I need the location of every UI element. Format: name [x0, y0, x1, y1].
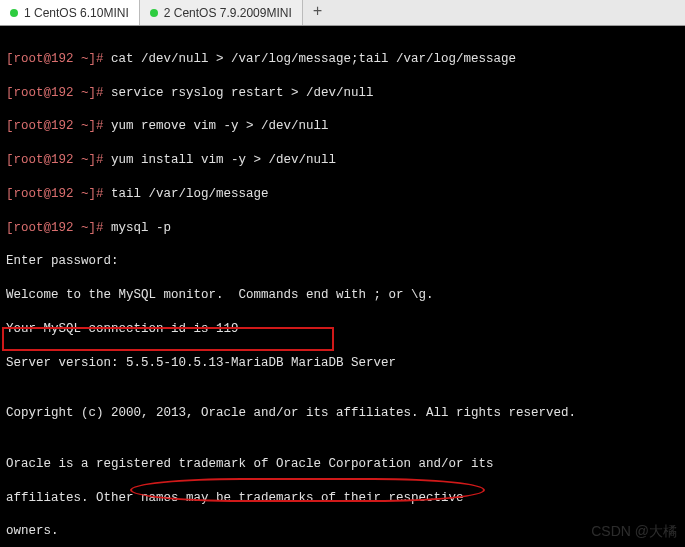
output-line: Oracle is a registered trademark of Orac… [6, 456, 679, 473]
prompt: [root@192 ~] [6, 221, 96, 235]
tab-bar: 1 CentOS 6.10MINI 2 CentOS 7.9.2009MINI … [0, 0, 685, 26]
command: cat /dev/null > /var/log/message;tail /v… [111, 52, 516, 66]
output-line: Welcome to the MySQL monitor. Commands e… [6, 287, 679, 304]
command: service rsyslog restart > /dev/null [111, 86, 374, 100]
output-line: Server version: 5.5.5-10.5.13-MariaDB Ma… [6, 355, 679, 372]
output-line: Copyright (c) 2000, 2013, Oracle and/or … [6, 405, 679, 422]
prompt: [root@192 ~] [6, 153, 96, 167]
output-line: affiliates. Other names may be trademark… [6, 490, 679, 507]
terminal-output[interactable]: [root@192 ~]# cat /dev/null > /var/log/m… [0, 26, 685, 547]
prompt: [root@192 ~] [6, 86, 96, 100]
status-dot-icon [150, 9, 158, 17]
command: yum install vim -y > /dev/null [111, 153, 336, 167]
new-tab-button[interactable]: + [303, 0, 333, 25]
prompt: [root@192 ~] [6, 187, 96, 201]
prompt: [root@192 ~] [6, 119, 96, 133]
tab-centos6[interactable]: 1 CentOS 6.10MINI [0, 0, 140, 25]
command: mysql -p [111, 221, 171, 235]
tab-label: 1 CentOS 6.10MINI [24, 6, 129, 20]
status-dot-icon [10, 9, 18, 17]
tab-centos7[interactable]: 2 CentOS 7.9.2009MINI [140, 0, 303, 25]
tab-label: 2 CentOS 7.9.2009MINI [164, 6, 292, 20]
output-line: Enter password: [6, 253, 679, 270]
command: yum remove vim -y > /dev/null [111, 119, 329, 133]
output-line: Your MySQL connection id is 119 [6, 321, 679, 338]
output-line: owners. [6, 523, 679, 540]
command: tail /var/log/message [111, 187, 269, 201]
prompt: [root@192 ~] [6, 52, 96, 66]
